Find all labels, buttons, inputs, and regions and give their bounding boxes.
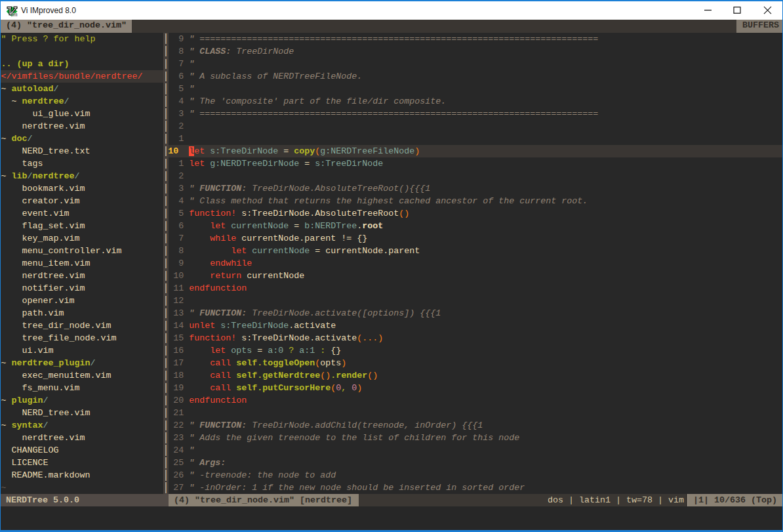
svg-text:im: im	[11, 11, 18, 17]
